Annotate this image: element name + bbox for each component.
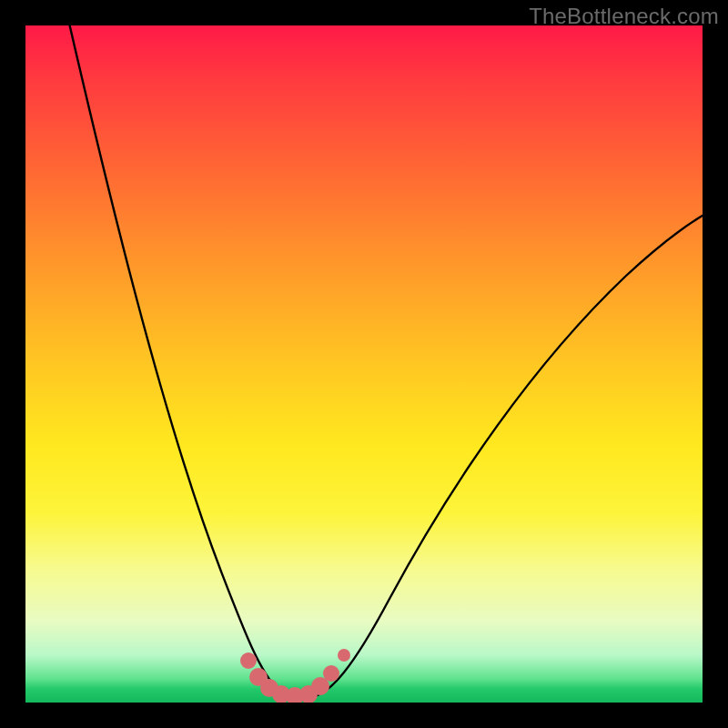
svg-point-0 bbox=[240, 652, 257, 669]
svg-point-8 bbox=[338, 649, 350, 662]
bottleneck-curve bbox=[66, 25, 703, 698]
watermark-text: TheBottleneck.com bbox=[529, 4, 719, 29]
svg-point-7 bbox=[323, 665, 339, 682]
plot-area bbox=[25, 25, 703, 703]
bottleneck-curve-svg bbox=[25, 25, 703, 703]
